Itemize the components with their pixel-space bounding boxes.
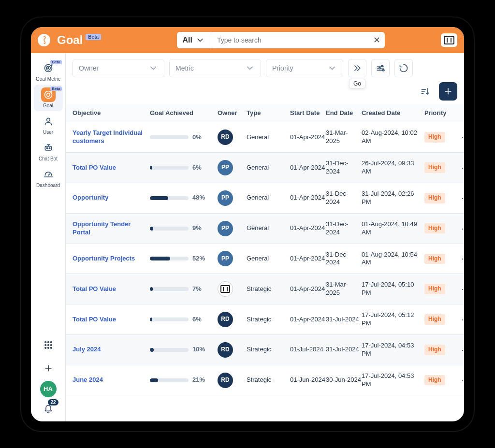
objective-link[interactable]: Opportunity Tender Portal <box>73 220 131 236</box>
svg-point-4 <box>46 93 50 96</box>
owner-avatar[interactable]: PP <box>218 160 233 175</box>
sidenav-item-goal[interactable]: BetaGoal <box>34 85 63 111</box>
search-scope-label: All <box>183 36 192 44</box>
objective-cell: June 2024 <box>73 376 150 384</box>
go-button[interactable] <box>348 59 366 77</box>
add-goal-button[interactable] <box>439 82 457 101</box>
owner-avatar[interactable]: PP <box>218 251 233 266</box>
owner-avatar[interactable]: RD <box>218 342 233 358</box>
priority-badge: High <box>424 132 445 143</box>
apps-grid-icon[interactable] <box>40 336 57 354</box>
end-date-cell: 31-Dec-2024 <box>326 190 362 206</box>
owner-cell: PP <box>218 190 247 206</box>
sidenav-item-user[interactable]: User <box>34 111 63 138</box>
start-date-cell: 01-Jul-2024 <box>290 346 326 354</box>
svg-point-13 <box>47 344 49 346</box>
progress-cell: 6% <box>150 316 218 324</box>
created-date-cell: 31-Jul-2024, 02:26 PM <box>362 190 424 206</box>
objective-link[interactable]: June 2024 <box>73 376 103 383</box>
owner-cell: RD <box>218 130 247 145</box>
col-priority[interactable]: Priority <box>424 109 458 117</box>
col-end-date[interactable]: End Date <box>326 109 362 117</box>
objective-cell: Opportunity Tender Portal <box>73 220 150 237</box>
objective-link[interactable]: Opportunity Projects <box>73 255 135 262</box>
svg-point-9 <box>44 341 46 343</box>
col-created-date[interactable]: Created Date <box>362 109 424 117</box>
beta-badge: Beta <box>86 34 101 40</box>
filter-priority[interactable]: Priority <box>266 59 343 77</box>
end-date-cell: 31-Dec-2024 <box>326 159 362 176</box>
objective-link[interactable]: Total PO Value <box>73 285 116 292</box>
objective-cell: Opportunity Projects <box>73 255 150 263</box>
sidenav-item-chat-bot[interactable]: Chat Bot <box>34 138 63 164</box>
created-date-cell: 02-Aug-2024, 10:02 AM <box>362 129 424 145</box>
owner-avatar[interactable]: PP <box>218 190 233 206</box>
col-start-date[interactable]: Start Date <box>290 109 326 117</box>
objective-link[interactable]: Total PO Value <box>73 164 116 171</box>
row-actions-menu[interactable]: ⋯ <box>458 345 464 355</box>
user-avatar[interactable]: HA <box>40 381 57 397</box>
progress-percent: 7% <box>192 285 202 293</box>
owner-avatar[interactable]: RD <box>218 130 233 145</box>
progress-percent: 6% <box>192 316 202 324</box>
org-logo-badge[interactable] <box>441 33 457 47</box>
objective-link[interactable]: Yearly Target Individual customers <box>73 129 143 145</box>
col-objective[interactable]: Objective <box>73 109 150 117</box>
table-row: Opportunity Projects52%PPGeneral01-Apr-2… <box>66 244 464 275</box>
filter-owner[interactable]: Owner <box>73 59 164 77</box>
col-owner[interactable]: Owner <box>218 109 247 117</box>
objective-link[interactable]: Opportunity <box>73 194 108 201</box>
end-date-cell: 31-Jul-2024 <box>326 316 362 324</box>
priority-cell: High <box>424 345 458 355</box>
col-goal-achieved[interactable]: Goal Achieved <box>150 109 218 117</box>
notification-count: 22 <box>48 399 58 405</box>
search-input[interactable] <box>211 32 369 48</box>
row-actions-menu[interactable]: ⋯ <box>458 284 464 294</box>
objective-link[interactable]: July 2024 <box>73 346 101 353</box>
objective-cell: Total PO Value <box>73 285 150 293</box>
row-actions-menu[interactable]: ⋯ <box>458 375 464 386</box>
row-actions-menu[interactable]: ⋯ <box>458 253 464 264</box>
filter-metric[interactable]: Metric <box>169 59 261 77</box>
owner-avatar[interactable]: RD <box>218 373 233 388</box>
row-actions-menu[interactable]: ⋯ <box>458 223 464 234</box>
table-row: Total PO Value7%Strategic01-Apr-202431-M… <box>66 274 464 304</box>
progress-percent: 48% <box>192 194 205 202</box>
created-date-cell: 26-Jul-2024, 09:33 AM <box>362 159 424 176</box>
type-cell: General <box>247 194 290 202</box>
sidenav-item-label: Dashboard <box>36 183 60 188</box>
priority-cell: High <box>424 132 458 143</box>
col-type[interactable]: Type <box>247 109 290 117</box>
chevron-down-icon <box>148 63 158 73</box>
progress-bar <box>150 378 189 382</box>
row-actions-menu[interactable]: ⋯ <box>458 193 464 203</box>
global-search: All ✕ <box>177 32 385 48</box>
priority-badge: High <box>424 162 445 173</box>
sort-button[interactable] <box>416 82 434 101</box>
sidenav-item-dashboard[interactable]: Dashboard <box>34 164 63 191</box>
sidenav-item-goal-metric[interactable]: BetaGoal Metric <box>34 58 63 85</box>
owner-avatar[interactable] <box>218 281 233 297</box>
owner-avatar[interactable]: PP <box>218 221 233 236</box>
owner-cell: RD <box>218 342 247 358</box>
search-scope-dropdown[interactable]: All <box>177 32 211 48</box>
start-date-cell: 01-Apr-2024 <box>290 164 326 172</box>
search-clear-icon[interactable]: ✕ <box>369 35 385 45</box>
row-actions-menu[interactable]: ⋯ <box>458 314 464 325</box>
progress-percent: 52% <box>192 255 205 263</box>
created-date-cell: 17-Jul-2024, 04:53 PM <box>362 342 424 358</box>
page-title-text: Goal <box>57 33 83 47</box>
objective-link[interactable]: Total PO Value <box>73 316 116 323</box>
type-cell: General <box>247 224 290 232</box>
notifications-icon[interactable]: 22 <box>41 402 56 417</box>
sidenav-item-label: User <box>43 130 53 135</box>
row-actions-menu[interactable]: ⋯ <box>458 162 464 173</box>
filter-owner-label: Owner <box>79 64 99 72</box>
owner-avatar[interactable]: RD <box>218 312 233 327</box>
row-actions-menu[interactable]: ⋯ <box>458 132 464 143</box>
reset-filters-button[interactable] <box>394 59 413 77</box>
filter-settings-button[interactable] <box>371 59 390 77</box>
progress-percent: 10% <box>192 346 205 354</box>
filter-priority-label: Priority <box>272 64 293 72</box>
add-new-icon[interactable] <box>40 360 57 377</box>
